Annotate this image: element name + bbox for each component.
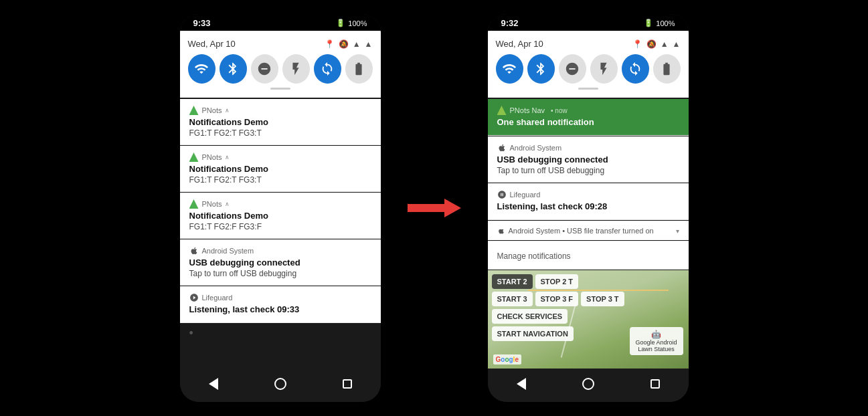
left-notif-pnots-2-header: PNots ∧ — [189, 152, 371, 162]
right-quick-settings: Wed, Apr 10 📍 🔕 ▲ ▲ — [488, 31, 689, 98]
left-phone-screen: 9:33 🔋 100% Wed, Apr 10 📍 🔕 ▲ ▲ — [180, 14, 381, 402]
left-lifeguard-header: Lifeguard — [189, 293, 371, 302]
map-stop3f-button[interactable]: STOP 3 F — [535, 292, 579, 306]
lifeguard-icon-right — [497, 190, 507, 199]
left-home-button[interactable] — [270, 373, 291, 395]
flashlight-toggle[interactable] — [282, 54, 310, 84]
left-notif-pnots-2-chevron: ∧ — [225, 154, 230, 161]
map-row-2: CHECK SERVICES — [492, 309, 685, 324]
right-wifi-toggle[interactable] — [496, 54, 523, 84]
battery-text: 100% — [348, 19, 367, 27]
left-notif-pnots-3-appname: PNots — [202, 200, 222, 208]
map-start2-button[interactable]: START 2 — [492, 274, 533, 289]
left-notif-pnots-2-appname: PNots — [202, 153, 222, 161]
map-row-0: START 2 STOP 2 T — [492, 274, 685, 289]
location-icon: 📍 — [325, 39, 335, 49]
silent-icon: 🔕 — [339, 39, 349, 49]
right-signal-icon: ▲ — [673, 39, 681, 49]
left-notif-pnots-2[interactable]: PNots ∧ Notifications Demo FG1:T FG2:T F… — [180, 146, 381, 192]
dnd-toggle[interactable] — [251, 54, 278, 84]
right-home-button[interactable] — [578, 373, 599, 395]
dropdown-chevron-icon: ▾ — [676, 227, 679, 235]
right-status-icons: 🔋 100% — [644, 19, 675, 27]
left-notif-pnots-1-header: PNots ∧ — [189, 106, 371, 115]
right-back-triangle — [517, 378, 526, 390]
map-start3-button[interactable]: START 3 — [492, 292, 533, 306]
right-notif-lifeguard[interactable]: Lifeguard Listening, last check 09:28 — [488, 183, 689, 220]
left-notif-pnots-1-chevron: ∧ — [225, 107, 230, 114]
right-recent-button[interactable] — [644, 373, 666, 395]
left-notif-pnots-3-body: FG1:T FG2:F FG3:F — [189, 222, 371, 231]
right-usb-footer[interactable]: Android System • USB file transfer turne… — [488, 221, 689, 240]
right-bluetooth-toggle[interactable] — [527, 54, 555, 84]
right-pnots-nav-title: One shared notification — [497, 117, 679, 127]
right-pnots-nav-time: • now — [551, 107, 568, 114]
left-back-button[interactable] — [203, 373, 224, 395]
left-notif-android-header: Android System — [189, 246, 371, 255]
left-lifeguard-appname: Lifeguard — [202, 294, 233, 302]
left-notif-pnots-3-chevron: ∧ — [225, 201, 230, 207]
arrow-container — [408, 199, 461, 217]
right-phone-screen: 9:32 🔋 100% Wed, Apr 10 📍 🔕 ▲ ▲ — [488, 14, 689, 402]
left-notif-pnots-3[interactable]: PNots ∧ Notifications Demo FG1:T FG2:F F… — [180, 193, 381, 239]
right-android-header: Android System — [497, 143, 679, 152]
lifeguard-icon-left — [189, 293, 199, 302]
map-start-navigation-button[interactable]: START NAVIGATION — [492, 326, 574, 341]
left-usb-title: USB debugging connected — [189, 257, 371, 268]
right-battery-icon: 🔋 — [644, 19, 653, 27]
right-drag-handle — [578, 88, 598, 90]
right-notif-android-usb[interactable]: Android System USB debugging connected T… — [488, 136, 689, 183]
right-usb-title: USB debugging connected — [497, 154, 679, 165]
pnots-icon-3 — [189, 199, 199, 209]
map-stop2t-button[interactable]: STOP 2 T — [535, 274, 579, 289]
right-status-bar: 9:32 🔋 100% — [488, 14, 689, 31]
screens-container: 9:33 🔋 100% Wed, Apr 10 📍 🔕 ▲ ▲ — [180, 14, 689, 402]
left-time: 9:33 — [193, 18, 211, 28]
left-toggle-row — [188, 54, 373, 84]
right-lifeguard-appname: Lifeguard — [510, 191, 541, 199]
battery-icon: 🔋 — [336, 19, 345, 27]
right-notif-pnots-nav[interactable]: PNots Nav • now One shared notification — [488, 99, 689, 136]
left-recent-button[interactable] — [337, 373, 358, 395]
right-location-icon: 📍 — [632, 39, 642, 49]
wifi-toggle[interactable] — [188, 54, 215, 84]
right-date-row: Wed, Apr 10 📍 🔕 ▲ ▲ — [496, 36, 681, 54]
android-icon-left — [189, 246, 199, 255]
left-dot: • — [180, 324, 381, 344]
right-battery-text: 100% — [656, 19, 675, 27]
map-stop3t-button[interactable]: STOP 3 T — [581, 292, 624, 306]
left-notif-pnots-1-appname: PNots — [202, 106, 222, 114]
right-battery-saver-toggle[interactable] — [653, 54, 681, 84]
recent-square — [343, 379, 352, 389]
right-back-button[interactable] — [511, 373, 532, 395]
bluetooth-toggle[interactable] — [220, 54, 247, 84]
left-date-row: Wed, Apr 10 📍 🔕 ▲ ▲ — [188, 36, 373, 54]
svg-marker-0 — [408, 199, 461, 217]
right-flashlight-toggle[interactable] — [590, 54, 618, 84]
left-notif-lifeguard[interactable]: Lifeguard Listening, last check 09:33 — [180, 286, 381, 323]
dot-bullet: • — [189, 326, 193, 340]
map-row-1: START 3 STOP 3 F STOP 3 T — [492, 292, 685, 306]
right-sync-toggle[interactable] — [622, 54, 649, 84]
left-usb-body: Tap to turn off USB debugging — [189, 269, 371, 278]
right-notification-list: PNots Nav • now One shared notification … — [488, 99, 689, 369]
right-dnd-toggle[interactable] — [559, 54, 586, 84]
right-android-appname: Android System — [510, 144, 562, 152]
manage-notifications-bar[interactable]: Manage notifications — [488, 241, 689, 270]
left-notif-android-usb[interactable]: Android System USB debugging connected T… — [180, 239, 381, 286]
right-recent-square — [650, 379, 660, 389]
left-notification-list: PNots ∧ Notifications Demo FG1:T FG2:T F… — [180, 99, 381, 369]
sync-toggle[interactable] — [314, 54, 341, 84]
map-check-services-button[interactable]: CHECK SERVICES — [492, 309, 568, 324]
back-triangle — [209, 378, 218, 390]
right-usb-body: Tap to turn off USB debugging — [497, 166, 679, 175]
right-wifi-signal-icon: ▲ — [661, 39, 669, 49]
manage-notifications-button[interactable]: Manage notifications — [497, 251, 571, 261]
left-notif-pnots-1[interactable]: PNots ∧ Notifications Demo FG1:T FG2:T F… — [180, 99, 381, 145]
left-quick-settings: Wed, Apr 10 📍 🔕 ▲ ▲ — [180, 31, 381, 98]
wifi-signal-icon: ▲ — [353, 39, 361, 49]
left-lifeguard-title: Listening, last check 09:33 — [189, 304, 371, 314]
right-lifeguard-header: Lifeguard — [497, 190, 679, 199]
pnots-icon-2 — [189, 152, 199, 162]
battery-saver-toggle[interactable] — [345, 54, 373, 84]
